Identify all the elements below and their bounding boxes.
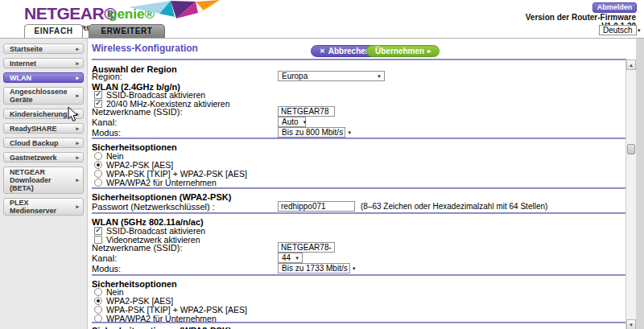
mode-5-select-value: Bis zu 1733 Mbit/s <box>282 264 348 273</box>
sidebar-item-label: Kindersicherung <box>10 110 68 118</box>
sidebar-item-label: NETGEAR Downloader (BETA) <box>10 168 68 192</box>
ssid-24-input[interactable] <box>278 106 335 117</box>
check-icon: ✓ <box>95 91 101 98</box>
arrow-right-icon: ▸ <box>76 60 79 68</box>
security-24-wpa2psk-radio[interactable] <box>94 161 102 169</box>
sidebar-item-netgear-downloader[interactable]: NETGEAR Downloader (BETA) ▸ <box>3 167 84 194</box>
arrow-right-icon: ▸ <box>76 203 79 211</box>
chevron-down-icon: ▼ <box>352 266 357 271</box>
netgear-genie-window: NETGEAR® genie® Nighthawk X10 R9000 Abme… <box>0 0 644 329</box>
sidebar-item-label: Gastnetzwerk <box>10 154 57 162</box>
page-gutter <box>636 39 644 329</box>
divider <box>92 59 626 60</box>
security-5-none-radio[interactable] <box>94 288 102 296</box>
arrow-right-icon: ▸ <box>76 125 79 133</box>
apply-button-label: Übernehmen <box>375 47 424 56</box>
ssid-24-label: Netzwerkname (SSID): <box>92 107 278 117</box>
mode-5-select[interactable]: Bis zu 1733 Mbit/s ▼ <box>278 263 350 273</box>
arrow-right-icon: ▸ <box>76 110 79 118</box>
security-5-option-row: Nein <box>94 287 124 296</box>
close-icon: ✕ <box>320 47 325 55</box>
security-24-wpamixed-radio[interactable] <box>94 170 102 178</box>
body-area: Startseite ▸ Internet ▸ WLAN ▸ Angeschlo… <box>0 38 644 329</box>
sidebar-item-angeschlossene-geraete[interactable]: Angeschlossene Geräte ▸ <box>3 87 84 105</box>
password-24-label: Passwort (Netzwerkschlüssel) : <box>92 202 278 212</box>
security-24-option-row: Nein <box>94 151 124 160</box>
chevron-down-icon: ▼ <box>637 28 642 33</box>
ssid-broadcast-5-row: ✓ SSID-Broadcast aktivieren <box>94 226 205 235</box>
divider <box>92 212 626 214</box>
divider <box>92 274 626 276</box>
sidebar-item-kindersicherung[interactable]: Kindersicherung ▸ <box>3 109 84 119</box>
security-24-none-radio[interactable] <box>94 152 102 160</box>
security-5-wpa2psk-radio[interactable] <box>94 297 102 305</box>
password-24-hint: (8–63 Zeichen oder Hexadezimalzahl mit 6… <box>361 202 547 211</box>
security-5-option-row: WPA-PSK [TKIP] + WPA2-PSK [AES] <box>94 305 247 314</box>
security-5-option-row: WPA2-PSK [AES] <box>94 296 173 305</box>
sidebar-item-internet[interactable]: Internet ▸ <box>3 58 84 68</box>
language-select[interactable]: Deutsch ▼ <box>599 25 637 35</box>
password-24-input[interactable] <box>278 201 355 212</box>
ssid-broadcast-24-row: ✓ SSID-Broadcast aktivieren <box>94 90 205 99</box>
section-heading-password-5-partial: Sicherheitsoptionen (WPA2-PSK) <box>92 326 231 329</box>
channel-5-select[interactable]: 44 ▼ <box>278 253 303 263</box>
divider <box>92 138 626 139</box>
genie-triangles-logo-icon <box>129 0 227 23</box>
arrow-right-icon: ▸ <box>76 92 79 100</box>
scroll-up-button[interactable]: ▲ <box>626 60 636 70</box>
security-24-option-row: WPA/WPA2 für Unternehmen <box>94 178 217 187</box>
region-label: Region: <box>92 72 278 81</box>
app-header: NETGEAR® genie® Nighthawk X10 R9000 Abme… <box>0 0 644 38</box>
mode-5-label: Modus: <box>92 264 278 273</box>
ssid-24-row: Netzwerkname (SSID): <box>92 106 335 117</box>
language-select-value: Deutsch <box>603 26 633 35</box>
tab-einfach[interactable]: EINFACH <box>24 24 83 38</box>
vertical-scrollbar[interactable]: ▲ ▼ <box>625 60 636 329</box>
channel-24-select[interactable]: Auto ▼ <box>278 117 306 127</box>
region-select-value: Europa <box>282 72 308 80</box>
chevron-down-icon: ▼ <box>347 130 352 135</box>
sidebar-item-cloud-backup[interactable]: Cloud Backup ▸ <box>3 138 84 148</box>
sidebar-item-readyshare[interactable]: ReadySHARE ▸ <box>3 123 84 134</box>
ssid-broadcast-5-checkbox[interactable]: ✓ <box>94 227 102 235</box>
chevron-down-icon: ▼ <box>303 120 308 125</box>
arrow-right-icon: ▸ <box>76 154 79 162</box>
security-5-wpamixed-radio[interactable] <box>94 306 102 314</box>
arrow-right-icon: ▸ <box>76 74 79 82</box>
ssid-5-row: Netzwerkname (SSID): <box>92 242 335 253</box>
apply-button[interactable]: Übernehmen ▸ <box>366 45 440 57</box>
arrow-right-icon: ▸ <box>427 47 431 55</box>
mode-24-select[interactable]: Bis zu 800 Mbit/s ▼ <box>278 127 345 138</box>
tab-erweitert[interactable]: ERWEITERT <box>89 24 165 38</box>
security-24-option-row: WPA2-PSK [AES] <box>94 160 173 169</box>
channel-5-select-value: 44 <box>282 253 291 262</box>
logout-button[interactable]: Abmelden <box>592 2 637 13</box>
sidebar-item-label: ReadySHARE <box>10 125 57 133</box>
mode-24-row: Modus: Bis zu 800 Mbit/s ▼ <box>92 127 345 138</box>
sidebar-item-plex-medienserver[interactable]: PLEX Medienserver ▸ <box>3 198 84 216</box>
security-5-enterprise-radio[interactable] <box>94 315 102 323</box>
sidebar-item-label: Internet <box>10 60 36 68</box>
channel-24-label: Kanal: <box>92 117 278 127</box>
sidebar-item-startseite[interactable]: Startseite ▸ <box>3 43 84 54</box>
radio-label: WPA/WPA2 für Unternehmen <box>106 178 217 187</box>
channel-24-select-value: Auto <box>282 117 299 126</box>
scroll-down-button[interactable]: ▼ <box>626 319 636 329</box>
scrollbar-thumb[interactable] <box>627 144 635 154</box>
check-icon: ✓ <box>95 227 101 234</box>
sidebar-item-label: Cloud Backup <box>10 139 59 147</box>
password-24-row: Passwort (Netzwerkschlüssel) : (8–63 Zei… <box>92 201 547 212</box>
sidebar-item-label: PLEX Medienserver <box>10 199 76 215</box>
arrow-right-icon: ▸ <box>76 139 79 147</box>
ssid-5-input[interactable] <box>278 242 335 253</box>
sidebar-item-wlan[interactable]: WLAN ▸ <box>3 72 84 83</box>
region-select[interactable]: Europa ▼ <box>278 71 385 81</box>
cancel-button-label: Abbrechen <box>328 47 370 56</box>
netgear-logo: NETGEAR® <box>24 4 116 23</box>
ssid-5-label: Netzwerkname (SSID): <box>92 243 278 253</box>
ssid-broadcast-24-checkbox[interactable]: ✓ <box>94 91 102 99</box>
firmware-label: Version der Router-Firmware <box>526 13 636 22</box>
security-24-enterprise-radio[interactable] <box>94 179 102 187</box>
sidebar-item-gastnetzwerk[interactable]: Gastnetzwerk ▸ <box>3 152 84 162</box>
channel-24-row: Kanal: Auto ▼ <box>92 117 306 127</box>
